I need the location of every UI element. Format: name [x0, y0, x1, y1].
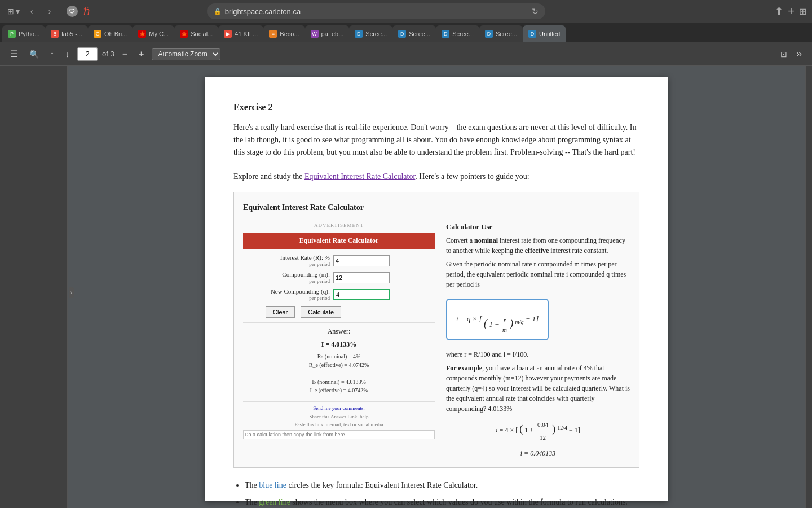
tab-label-untitled: Untitled	[539, 30, 560, 37]
calc-inner-layout: ADVERTISEMENT Equivalent Rate Calculator…	[243, 221, 630, 458]
calc-clear-btn[interactable]: Clear	[266, 306, 295, 318]
forward-button[interactable]: ›	[42, 3, 58, 19]
calc-share-input[interactable]	[243, 430, 435, 439]
nav-controls: ⊞ ▾ ‹ ›	[6, 3, 58, 19]
green-line-text: green line	[259, 498, 290, 506]
explore-before: Explore and study the	[233, 172, 304, 181]
new-tab-button[interactable]: +	[788, 5, 795, 18]
calc-use-p3: where r = R/100 and i = I/100.	[446, 349, 630, 360]
calc-calculate-btn[interactable]: Calculate	[301, 306, 341, 318]
window-controls[interactable]: ⊞ ▾	[6, 3, 21, 19]
calc-advertisement: ADVERTISEMENT	[243, 221, 435, 229]
calc-label-r: Interest Rate (R): % per period	[243, 253, 333, 268]
tab-label-myc: My C...	[149, 30, 169, 37]
shield-icon: 🛡	[69, 8, 75, 15]
extension-icon: ℏ	[83, 5, 90, 17]
tab-label-41kil: 41 KIL...	[235, 30, 258, 37]
calc-use-p1: Convert a nominal interest rate from one…	[446, 235, 630, 256]
address-bar[interactable]: 🔒 brightspace.carleton.ca ↻	[207, 3, 545, 19]
tab-favicon-scree4: D	[485, 30, 493, 38]
tab-label-scree2: Scree...	[409, 30, 430, 37]
tab-lab5[interactable]: B lab5 -...	[45, 25, 88, 42]
zoom-out-btn[interactable]: −	[119, 47, 131, 62]
zoom-in-btn[interactable]: +	[135, 47, 147, 62]
back-button[interactable]: ‹	[24, 3, 39, 19]
pdf-toolbar-right: ⊡ »	[777, 46, 805, 62]
tab-scree1[interactable]: D Scree...	[349, 25, 392, 42]
tab-beco[interactable]: ≡ Beco...	[263, 25, 304, 42]
address-text: brightspace.carleton.ca	[225, 7, 301, 16]
formula-box: i = q × [ ( 1 + rm ) m/q	[446, 299, 549, 340]
tab-scree2[interactable]: D Scree...	[392, 25, 436, 42]
calc-footer-share: Share this Answer Link: help	[243, 413, 435, 421]
tab-label-scree1: Scree...	[365, 30, 387, 37]
right-scroll[interactable]	[805, 66, 812, 508]
tab-label-lab5: lab5 -...	[61, 30, 82, 37]
calc-use-p4: For example, you have a loan at an annua…	[446, 363, 630, 414]
main-area: › Exercise 2 Here's a really hard exerci…	[0, 66, 812, 508]
tab-label-scree4: Scree...	[496, 30, 517, 37]
calc-input-q[interactable]	[333, 289, 390, 300]
pdf-content-wrapper[interactable]: Exercise 2 Here's a really hard exercise…	[68, 66, 805, 508]
tab-ohbri[interactable]: C Oh Bri...	[88, 25, 133, 42]
tab-favicon-beco: ≡	[269, 30, 277, 38]
calc-input-m[interactable]	[333, 272, 390, 283]
bullet-2: The green line shows the menu box where …	[245, 496, 639, 508]
calc-field-m-row: Compounding (m): per period	[243, 270, 435, 285]
tab-paeb[interactable]: W pa_eb...	[305, 25, 350, 42]
share-button[interactable]: ⬆	[775, 5, 783, 17]
exercise-intro: Here's a really hard exercise that is re…	[233, 121, 639, 159]
page-sep: of 3	[102, 50, 114, 58]
calc-field-r-row: Interest Rate (R): % per period	[243, 253, 435, 268]
sidebar-toggle-btn[interactable]: ☰	[7, 46, 21, 62]
tab-pytho[interactable]: P Pytho...	[2, 25, 45, 42]
calc-header-bar: Equivalent Rate Calculator	[243, 233, 435, 249]
example-result: i = 0.040133	[446, 448, 630, 458]
calc-left-panel: ADVERTISEMENT Equivalent Rate Calculator…	[243, 221, 435, 458]
explore-text: Explore and study the Equivalent Interes…	[233, 170, 639, 183]
tab-label-ohbri: Oh Bri...	[104, 30, 127, 37]
tab-untitled[interactable]: D Untitled	[523, 25, 566, 42]
equivalent-calc-link[interactable]: Equivalent Interest Rate Calculator	[304, 172, 415, 181]
calc-outer-title: Equivalent Interest Rate Calculator	[243, 202, 630, 214]
tab-41kil[interactable]: ▶ 41 KIL...	[218, 25, 263, 42]
tab-favicon-41kil: ▶	[224, 30, 232, 38]
reload-icon[interactable]: ↻	[532, 7, 539, 16]
exercise-title: Exercise 2	[233, 100, 639, 115]
calc-footer-send[interactable]: Send me your comments.	[313, 405, 365, 411]
tab-favicon-ohbri: C	[94, 30, 102, 38]
tab-scree4[interactable]: D Scree...	[479, 25, 523, 42]
present-btn[interactable]: ⊡	[777, 46, 791, 62]
bullet-1: The blue line circles the key formula: E…	[245, 479, 639, 492]
page-input[interactable]: 2	[77, 47, 98, 61]
tab-myc[interactable]: 🍁 My C...	[133, 25, 174, 42]
calculator-box: Equivalent Interest Rate Calculator ADVE…	[233, 192, 639, 467]
calc-footer: Send me your comments. Share this Answer…	[243, 401, 435, 439]
search-btn[interactable]: 🔍	[26, 47, 42, 61]
tab-favicon-myc: 🍁	[138, 30, 146, 38]
tab-favicon-scree3: D	[442, 30, 449, 38]
tab-scree3[interactable]: D Scree...	[436, 25, 479, 42]
calc-answer-label: Answer:	[246, 326, 431, 337]
calc-label-m: Compounding (m): per period	[243, 270, 333, 285]
toolbar-right: ⬆ + ⊞	[775, 5, 806, 18]
calc-label-q: New Compounding (q): per period	[243, 287, 333, 302]
tab-social[interactable]: 🍁 Social...	[174, 25, 218, 42]
tab-favicon-untitled: D	[528, 30, 536, 38]
calc-btn-row: Clear Calculate	[243, 306, 435, 318]
calc-right-panel: Calculator Use Convert a nominal interes…	[446, 221, 630, 458]
calc-answer-details: R₀ (nominal) = 4% R_e (effective) = 4.07…	[246, 352, 431, 395]
sidebar-collapse-btn[interactable]: ›	[69, 287, 74, 298]
zoom-select[interactable]: Automatic Zoom 50% 75% 100% 125% 150%	[152, 48, 220, 60]
calc-field-q-row: New Compounding (q): per period	[243, 287, 435, 302]
example-formula: i = 4 × [ ( 1 + 0.0412 ) 12/4 − 1]	[446, 418, 630, 444]
calc-input-r[interactable]	[333, 255, 390, 266]
tab-label-social: Social...	[191, 30, 213, 37]
tab-favicon-lab5: B	[51, 30, 59, 38]
more-btn[interactable]: »	[793, 46, 805, 62]
tab-label-paeb: pa_eb...	[321, 30, 344, 37]
calc-footer-paste: Paste this link in email, text or social…	[243, 421, 435, 428]
scroll-up-btn[interactable]: ↑	[47, 47, 58, 61]
scroll-down-btn[interactable]: ↓	[62, 47, 73, 61]
tab-grid-button[interactable]: ⊞	[799, 6, 806, 17]
